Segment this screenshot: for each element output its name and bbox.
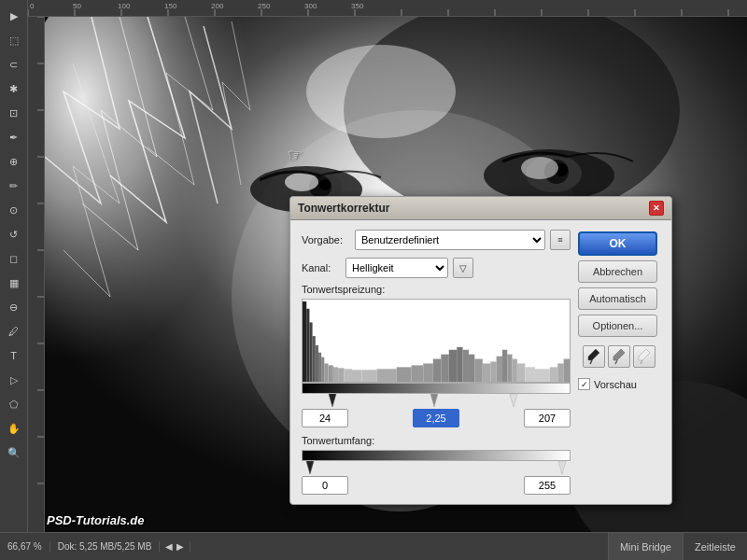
output-black-handle <box>306 461 314 474</box>
tool-eyedropper[interactable]: ✒ <box>3 126 25 148</box>
svg-rect-89 <box>525 367 535 382</box>
tab-zeitleiste[interactable]: Zeitleiste <box>683 533 747 560</box>
tool-gradient[interactable]: ▦ <box>3 272 25 294</box>
tool-text[interactable]: T <box>3 344 25 367</box>
svg-rect-0 <box>28 0 747 17</box>
tool-magic-wand[interactable]: ✱ <box>3 77 25 100</box>
eyedropper-grey-button[interactable] <box>608 345 630 368</box>
input-mid-value[interactable]: 2,25 <box>413 409 459 427</box>
dialog-titlebar[interactable]: Tonwertkorrektur ✕ <box>290 197 671 220</box>
status-doc-size: Dok: 5,25 MB/5,25 MB <box>50 541 161 552</box>
svg-rect-67 <box>338 368 344 382</box>
cancel-button[interactable]: Abbrechen <box>578 260 657 283</box>
svg-line-94 <box>590 360 592 364</box>
eyedropper-white-button[interactable] <box>633 345 655 368</box>
svg-rect-69 <box>352 370 362 382</box>
tool-heal[interactable]: ⊕ <box>3 150 25 173</box>
watermark: PSD-Tutorials.de <box>47 513 145 527</box>
tool-dodge[interactable]: ⊖ <box>3 296 25 318</box>
input-slider-area <box>302 383 571 407</box>
output-white-handle <box>558 461 566 474</box>
tab-mini-bridge[interactable]: Mini Bridge <box>608 533 683 560</box>
preset-dropdown[interactable]: Benutzerdefiniert <box>355 230 545 250</box>
svg-rect-75 <box>433 359 441 382</box>
tone-spread-label: Tonwertspreizung: <box>302 284 571 295</box>
white-handle <box>510 394 517 407</box>
svg-rect-25 <box>28 17 45 532</box>
tool-brush[interactable]: ✏ <box>3 175 25 197</box>
svg-rect-80 <box>469 355 474 382</box>
svg-rect-62 <box>318 353 321 382</box>
tool-clone[interactable]: ⊙ <box>3 199 25 221</box>
auto-button[interactable]: Automatisch <box>578 287 657 310</box>
svg-text:150: 150 <box>164 2 177 10</box>
left-toolbar: ▶ ⬚ ⊂ ✱ ⊡ ✒ ⊕ ✏ ⊙ ↺ ◻ ▦ ⊖ 🖊 T ▷ ⬠ ✋ 🔍 <box>0 0 28 532</box>
svg-rect-61 <box>316 345 318 382</box>
svg-rect-78 <box>457 347 462 382</box>
tool-crop[interactable]: ⊡ <box>3 102 25 124</box>
svg-rect-63 <box>321 357 324 382</box>
tool-hand[interactable]: ✋ <box>3 417 25 440</box>
tone-output-label: Tonwertumfang: <box>302 435 571 446</box>
svg-rect-86 <box>507 355 512 382</box>
svg-rect-76 <box>441 355 448 382</box>
svg-rect-77 <box>449 350 457 382</box>
svg-rect-58 <box>306 309 309 382</box>
svg-rect-66 <box>333 367 338 382</box>
preview-label: Vorschau <box>594 379 637 390</box>
svg-rect-73 <box>412 365 424 382</box>
bottom-tabs: Mini Bridge Zeitleiste <box>608 533 747 560</box>
svg-line-95 <box>615 360 617 364</box>
svg-rect-87 <box>513 359 517 382</box>
tool-path-select[interactable]: ▷ <box>3 369 25 391</box>
nav-next-icon[interactable]: ▶ <box>176 541 184 552</box>
svg-rect-90 <box>535 369 550 382</box>
eyedropper-black-button[interactable] <box>583 345 605 368</box>
svg-text:250: 250 <box>258 2 271 10</box>
svg-rect-93 <box>564 359 570 382</box>
output-values-row: 0 255 <box>302 476 571 495</box>
channel-dropdown[interactable]: Helligkeit <box>345 258 448 278</box>
tool-history-brush[interactable]: ↺ <box>3 223 25 245</box>
svg-rect-81 <box>474 359 482 382</box>
svg-rect-71 <box>376 369 396 382</box>
svg-line-96 <box>641 360 642 364</box>
svg-text:300: 300 <box>304 2 317 10</box>
preview-checkbox[interactable]: ✓ <box>578 378 590 390</box>
bottom-bar: 66,67 % Dok: 5,25 MB/5,25 MB ◀ ▶ Mini Br… <box>0 532 747 560</box>
ruler-top: 0 50 100 150 200 250 300 350 <box>28 0 747 17</box>
input-values-row: 24 2,25 207 <box>302 409 571 427</box>
tool-eraser[interactable]: ◻ <box>3 247 25 270</box>
svg-point-45 <box>285 173 318 191</box>
input-black-value[interactable]: 24 <box>302 409 348 427</box>
output-white-value[interactable]: 255 <box>524 476 571 495</box>
tool-shape[interactable]: ⬠ <box>3 393 25 415</box>
ok-button[interactable]: OK <box>578 231 657 256</box>
svg-rect-59 <box>309 322 312 382</box>
preset-options-icon[interactable]: ≡ <box>550 230 571 250</box>
tool-pen[interactable]: 🖊 <box>3 320 25 343</box>
svg-text:200: 200 <box>211 2 224 10</box>
nav-prev-icon[interactable]: ◀ <box>165 541 173 552</box>
tool-zoom[interactable]: 🔍 <box>3 441 25 464</box>
svg-rect-84 <box>497 357 502 382</box>
svg-rect-83 <box>490 361 496 382</box>
svg-rect-60 <box>313 336 316 382</box>
tool-move[interactable]: ▶ <box>3 5 25 27</box>
tool-select-rect[interactable]: ⬚ <box>3 29 25 51</box>
histogram-display <box>302 299 571 383</box>
svg-rect-82 <box>483 363 490 382</box>
svg-rect-68 <box>344 369 351 382</box>
svg-rect-91 <box>550 367 557 382</box>
tool-lasso[interactable]: ⊂ <box>3 53 25 76</box>
input-white-value[interactable]: 207 <box>524 409 571 427</box>
svg-rect-79 <box>463 350 469 382</box>
dialog-close-button[interactable]: ✕ <box>649 201 664 216</box>
channel-expand-icon[interactable]: ▽ <box>453 258 473 278</box>
output-black-value[interactable]: 0 <box>302 476 348 495</box>
svg-rect-72 <box>397 367 412 382</box>
svg-rect-88 <box>517 363 525 382</box>
svg-point-53 <box>306 45 456 138</box>
svg-rect-92 <box>557 363 563 382</box>
options-button[interactable]: Optionen... <box>578 315 657 337</box>
